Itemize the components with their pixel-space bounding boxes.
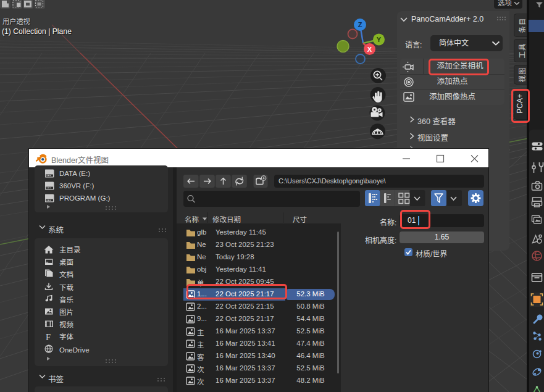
svg-text:Z: Z (358, 21, 362, 28)
svg-text:X: X (367, 46, 372, 53)
svg-text:F: F (46, 332, 51, 342)
svg-text:Y: Y (377, 36, 382, 43)
